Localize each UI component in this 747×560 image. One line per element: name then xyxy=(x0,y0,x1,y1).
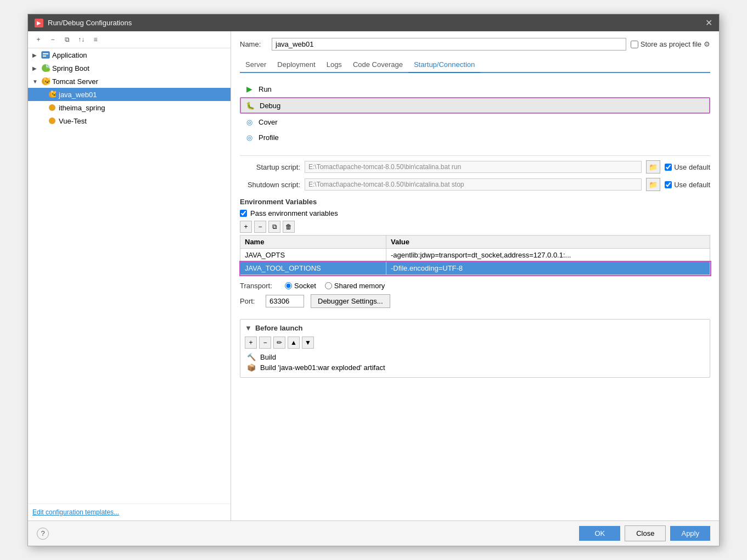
shared-memory-radio[interactable] xyxy=(325,282,332,289)
shutdown-script-label: Shutdown script: xyxy=(240,181,300,189)
edit-templates-link[interactable]: Edit configuration templates... xyxy=(28,503,231,520)
apply-button[interactable]: Apply xyxy=(670,526,710,541)
before-down-button[interactable]: ▼ xyxy=(302,337,314,349)
remove-config-button[interactable]: − xyxy=(47,33,59,46)
shared-memory-radio-item[interactable]: Shared memory xyxy=(325,282,385,290)
env-row-java-tool-options-value: -Dfile.encoding=UTF-8 xyxy=(386,262,710,275)
svg-text:🍃: 🍃 xyxy=(43,64,50,72)
tree-item-vue-test[interactable]: Vue-Test xyxy=(28,114,231,127)
env-row-java-opts[interactable]: JAVA_OPTS -agentlib:jdwp=transport=dt_so… xyxy=(240,249,710,262)
itheima-spring-icon xyxy=(48,103,57,112)
svg-point-9 xyxy=(49,104,55,111)
copy-config-button[interactable]: ⧉ xyxy=(61,33,73,46)
tab-startup-connection[interactable]: Startup/Connection xyxy=(408,57,480,73)
shutdown-use-default-label: Use default xyxy=(674,181,710,189)
store-project-checkbox[interactable] xyxy=(631,41,638,48)
tree-group-tomcat-header[interactable]: ▼ 🐱 Tomcat Server xyxy=(28,75,231,88)
title-bar: ▶ Run/Debug Configurations ✕ xyxy=(28,14,719,31)
name-row: Name: Store as project file ⚙ xyxy=(240,38,710,51)
svg-point-10 xyxy=(49,117,55,124)
left-panel: + − ⧉ ↑↓ ≡ ▶ Application xyxy=(28,31,231,520)
java-web01-icon: 🐱 xyxy=(48,90,57,99)
run-mode-debug-label: Debug xyxy=(260,102,280,110)
transport-row: Transport: Socket Shared memory xyxy=(240,282,710,290)
env-vars-title: Environment Variables xyxy=(240,198,710,206)
env-row-java-tool-options-name: JAVA_TOOL_OPTIONS xyxy=(240,262,386,275)
run-mode-cover[interactable]: ◎ Cover xyxy=(240,115,710,129)
before-edit-button[interactable]: ✏ xyxy=(273,337,285,349)
tree-item-vue-test-label: Vue-Test xyxy=(59,117,87,125)
tree-item-java-web01-label: java_web01 xyxy=(59,91,97,99)
before-remove-button[interactable]: − xyxy=(259,337,271,349)
settings-icon[interactable]: ⚙ xyxy=(704,40,710,48)
socket-radio[interactable] xyxy=(285,282,292,289)
startup-browse-button[interactable]: 📁 xyxy=(646,160,660,173)
run-mode-run-label: Run xyxy=(259,85,272,93)
application-label: Application xyxy=(52,51,87,59)
before-add-button[interactable]: + xyxy=(245,337,257,349)
tree-item-java-web01[interactable]: 🐱 java_web01 xyxy=(28,88,231,101)
left-toolbar: + − ⧉ ↑↓ ≡ xyxy=(28,31,231,48)
before-launch-collapse-icon[interactable]: ▼ xyxy=(245,324,252,332)
env-add-button[interactable]: + xyxy=(240,221,252,233)
tab-server[interactable]: Server xyxy=(240,57,272,73)
svg-rect-1 xyxy=(43,53,48,54)
pass-env-row: Pass environment variables xyxy=(240,209,710,217)
application-icon xyxy=(41,51,50,59)
startup-use-default-checkbox[interactable] xyxy=(665,164,672,171)
tree-group-spring-boot: ▶ 🍃 Spring Boot xyxy=(28,61,231,75)
pass-env-checkbox[interactable] xyxy=(240,210,247,217)
spring-boot-label: Spring Boot xyxy=(52,64,89,72)
env-col-value: Value xyxy=(386,236,710,249)
name-field-label: Name: xyxy=(240,40,267,48)
run-debug-dialog: ▶ Run/Debug Configurations ✕ + − ⧉ ↑↓ ≡ … xyxy=(27,14,720,546)
env-remove-button[interactable]: − xyxy=(254,221,266,233)
before-up-button[interactable]: ▲ xyxy=(288,337,300,349)
startup-script-input[interactable] xyxy=(305,161,642,173)
before-item-artifact[interactable]: 📦 Build 'java-web01:war exploded' artifa… xyxy=(245,362,705,373)
startup-use-default-label: Use default xyxy=(674,163,710,171)
shutdown-use-default-checkbox[interactable] xyxy=(665,181,672,188)
move-config-button[interactable]: ↑↓ xyxy=(75,33,87,46)
tomcat-icon: 🐱 xyxy=(41,77,50,86)
store-project-row: Store as project file ⚙ xyxy=(631,40,710,48)
add-config-button[interactable]: + xyxy=(32,33,44,46)
env-vars-section: Environment Variables Pass environment v… xyxy=(240,198,710,275)
tab-logs[interactable]: Logs xyxy=(321,57,347,73)
expand-arrow-application: ▶ xyxy=(32,52,39,58)
run-mode-run[interactable]: ▶ Run xyxy=(240,82,710,96)
tree-item-itheima-spring[interactable]: itheima_spring xyxy=(28,101,231,114)
name-input[interactable] xyxy=(272,38,626,51)
expand-arrow-tomcat: ▼ xyxy=(32,79,39,85)
port-input[interactable] xyxy=(266,295,304,307)
env-row-java-tool-options[interactable]: JAVA_TOOL_OPTIONS -Dfile.encoding=UTF-8 xyxy=(240,262,710,275)
tab-deployment[interactable]: Deployment xyxy=(272,57,321,73)
port-label: Port: xyxy=(240,297,259,305)
close-button[interactable]: Close xyxy=(625,525,666,541)
env-copy-button[interactable]: ⧉ xyxy=(268,221,280,233)
build-icon: 🔨 xyxy=(247,353,256,361)
before-item-build[interactable]: 🔨 Build xyxy=(245,352,705,362)
config-tree: ▶ Application ▶ 🍃 Spring Boot xyxy=(28,48,231,503)
spring-boot-icon: 🍃 xyxy=(41,64,50,72)
shutdown-script-row: Shutdown script: 📁 Use default xyxy=(240,178,710,191)
tree-group-tomcat: ▼ 🐱 Tomcat Server 🐱 java_web01 xyxy=(28,75,231,127)
debugger-settings-button[interactable]: Debugger Settings... xyxy=(311,294,390,308)
ok-button[interactable]: OK xyxy=(579,526,620,541)
help-button[interactable]: ? xyxy=(37,528,49,540)
tomcat-server-label: Tomcat Server xyxy=(52,77,98,86)
dialog-close-button[interactable]: ✕ xyxy=(705,18,712,28)
socket-radio-item[interactable]: Socket xyxy=(285,282,316,290)
tree-group-application-header[interactable]: ▶ Application xyxy=(28,48,231,61)
shutdown-script-input[interactable] xyxy=(305,178,642,191)
tree-group-spring-boot-header[interactable]: ▶ 🍃 Spring Boot xyxy=(28,61,231,75)
debug-icon: 🐛 xyxy=(245,100,255,110)
run-mode-profile[interactable]: ◎ Profile xyxy=(240,130,710,144)
env-delete-button[interactable]: 🗑 xyxy=(283,221,295,233)
tree-item-itheima-spring-label: itheima_spring xyxy=(59,104,105,112)
store-project-label: Store as project file xyxy=(641,40,701,48)
run-mode-debug[interactable]: 🐛 Debug xyxy=(240,97,710,114)
sort-config-button[interactable]: ≡ xyxy=(89,33,102,46)
tab-code-coverage[interactable]: Code Coverage xyxy=(347,57,408,73)
shutdown-browse-button[interactable]: 📁 xyxy=(646,178,660,191)
